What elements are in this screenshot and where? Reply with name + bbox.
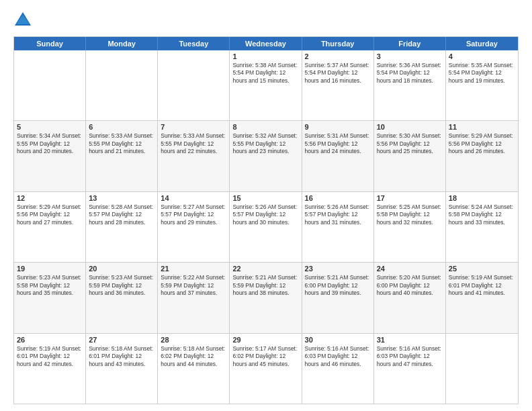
cell-info: Sunrise: 5:18 AM Sunset: 6:01 PM Dayligh… bbox=[89, 345, 154, 368]
calendar-cell: 12Sunrise: 5:29 AM Sunset: 5:56 PM Dayli… bbox=[14, 192, 86, 262]
day-number: 29 bbox=[232, 336, 298, 344]
day-number: 10 bbox=[377, 123, 443, 131]
cell-info: Sunrise: 5:17 AM Sunset: 6:02 PM Dayligh… bbox=[232, 345, 298, 368]
day-number: 18 bbox=[449, 194, 515, 202]
header-day-tuesday: Tuesday bbox=[158, 37, 230, 50]
day-number: 7 bbox=[161, 123, 226, 131]
cell-info: Sunrise: 5:34 AM Sunset: 5:55 PM Dayligh… bbox=[17, 132, 83, 155]
day-number: 26 bbox=[17, 336, 83, 344]
cell-info: Sunrise: 5:16 AM Sunset: 6:03 PM Dayligh… bbox=[377, 345, 443, 368]
cell-info: Sunrise: 5:26 AM Sunset: 5:57 PM Dayligh… bbox=[305, 203, 371, 226]
day-number: 27 bbox=[89, 336, 154, 344]
calendar-cell: 10Sunrise: 5:30 AM Sunset: 5:56 PM Dayli… bbox=[374, 121, 446, 191]
calendar-cell: 18Sunrise: 5:24 AM Sunset: 5:58 PM Dayli… bbox=[446, 192, 518, 262]
calendar-cell bbox=[86, 50, 158, 120]
cell-info: Sunrise: 5:19 AM Sunset: 6:01 PM Dayligh… bbox=[17, 345, 83, 368]
calendar-cell: 14Sunrise: 5:27 AM Sunset: 5:57 PM Dayli… bbox=[158, 192, 230, 262]
cell-info: Sunrise: 5:22 AM Sunset: 5:59 PM Dayligh… bbox=[161, 274, 226, 297]
calendar-cell: 23Sunrise: 5:21 AM Sunset: 6:00 PM Dayli… bbox=[302, 263, 374, 332]
calendar-cell: 17Sunrise: 5:25 AM Sunset: 5:58 PM Dayli… bbox=[374, 192, 446, 262]
calendar-cell: 31Sunrise: 5:16 AM Sunset: 6:03 PM Dayli… bbox=[374, 334, 446, 404]
header-day-monday: Monday bbox=[86, 37, 158, 50]
header bbox=[13, 11, 519, 30]
cell-info: Sunrise: 5:37 AM Sunset: 5:54 PM Dayligh… bbox=[305, 62, 371, 85]
day-number: 13 bbox=[89, 194, 154, 202]
cell-info: Sunrise: 5:25 AM Sunset: 5:58 PM Dayligh… bbox=[377, 203, 443, 226]
day-number: 20 bbox=[89, 265, 154, 273]
day-number: 14 bbox=[161, 194, 226, 202]
day-number: 9 bbox=[305, 123, 371, 131]
day-number: 16 bbox=[305, 194, 371, 202]
calendar: SundayMondayTuesdayWednesdayThursdayFrid… bbox=[13, 36, 519, 404]
calendar-cell: 13Sunrise: 5:28 AM Sunset: 5:57 PM Dayli… bbox=[86, 192, 158, 262]
header-day-friday: Friday bbox=[374, 37, 446, 50]
day-number: 11 bbox=[449, 123, 515, 131]
calendar-cell bbox=[446, 334, 518, 404]
cell-info: Sunrise: 5:33 AM Sunset: 5:55 PM Dayligh… bbox=[89, 132, 154, 155]
page: SundayMondayTuesdayWednesdayThursdayFrid… bbox=[0, 0, 532, 411]
cell-info: Sunrise: 5:27 AM Sunset: 5:57 PM Dayligh… bbox=[161, 203, 226, 226]
day-number: 5 bbox=[17, 123, 83, 131]
cell-info: Sunrise: 5:23 AM Sunset: 5:59 PM Dayligh… bbox=[89, 274, 154, 297]
day-number: 12 bbox=[17, 194, 83, 202]
header-day-thursday: Thursday bbox=[302, 37, 374, 50]
cell-info: Sunrise: 5:32 AM Sunset: 5:55 PM Dayligh… bbox=[232, 132, 298, 155]
cell-info: Sunrise: 5:35 AM Sunset: 5:54 PM Dayligh… bbox=[449, 62, 515, 85]
header-day-sunday: Sunday bbox=[14, 37, 86, 50]
calendar-cell: 9Sunrise: 5:31 AM Sunset: 5:56 PM Daylig… bbox=[302, 121, 374, 191]
day-number: 4 bbox=[449, 52, 515, 60]
calendar-cell: 28Sunrise: 5:18 AM Sunset: 6:02 PM Dayli… bbox=[158, 334, 230, 404]
calendar-cell: 1Sunrise: 5:38 AM Sunset: 5:54 PM Daylig… bbox=[230, 50, 302, 120]
day-number: 24 bbox=[377, 265, 443, 273]
calendar-row-4: 26Sunrise: 5:19 AM Sunset: 6:01 PM Dayli… bbox=[14, 334, 518, 404]
calendar-row-2: 12Sunrise: 5:29 AM Sunset: 5:56 PM Dayli… bbox=[14, 192, 518, 263]
calendar-cell: 11Sunrise: 5:29 AM Sunset: 5:56 PM Dayli… bbox=[446, 121, 518, 191]
cell-info: Sunrise: 5:28 AM Sunset: 5:57 PM Dayligh… bbox=[89, 203, 154, 226]
day-number: 6 bbox=[89, 123, 154, 131]
calendar-cell: 6Sunrise: 5:33 AM Sunset: 5:55 PM Daylig… bbox=[86, 121, 158, 191]
logo-icon bbox=[13, 11, 32, 30]
day-number: 2 bbox=[305, 52, 371, 60]
cell-info: Sunrise: 5:33 AM Sunset: 5:55 PM Dayligh… bbox=[161, 132, 226, 155]
calendar-cell: 30Sunrise: 5:16 AM Sunset: 6:03 PM Dayli… bbox=[302, 334, 374, 404]
day-number: 8 bbox=[232, 123, 298, 131]
calendar-cell: 24Sunrise: 5:20 AM Sunset: 6:00 PM Dayli… bbox=[374, 263, 446, 332]
calendar-row-1: 5Sunrise: 5:34 AM Sunset: 5:55 PM Daylig… bbox=[14, 121, 518, 191]
cell-info: Sunrise: 5:21 AM Sunset: 5:59 PM Dayligh… bbox=[232, 274, 298, 297]
cell-info: Sunrise: 5:38 AM Sunset: 5:54 PM Dayligh… bbox=[232, 62, 298, 85]
cell-info: Sunrise: 5:31 AM Sunset: 5:56 PM Dayligh… bbox=[305, 132, 371, 155]
calendar-cell: 25Sunrise: 5:19 AM Sunset: 6:01 PM Dayli… bbox=[446, 263, 518, 332]
cell-info: Sunrise: 5:24 AM Sunset: 5:58 PM Dayligh… bbox=[449, 203, 515, 226]
calendar-cell: 27Sunrise: 5:18 AM Sunset: 6:01 PM Dayli… bbox=[86, 334, 158, 404]
day-number: 15 bbox=[232, 194, 298, 202]
calendar-cell: 3Sunrise: 5:36 AM Sunset: 5:54 PM Daylig… bbox=[374, 50, 446, 120]
calendar-cell: 4Sunrise: 5:35 AM Sunset: 5:54 PM Daylig… bbox=[446, 50, 518, 120]
calendar-cell: 15Sunrise: 5:26 AM Sunset: 5:57 PM Dayli… bbox=[230, 192, 302, 262]
svg-marker-1 bbox=[16, 15, 30, 24]
calendar-header: SundayMondayTuesdayWednesdayThursdayFrid… bbox=[14, 37, 518, 50]
cell-info: Sunrise: 5:18 AM Sunset: 6:02 PM Dayligh… bbox=[161, 345, 226, 368]
day-number: 22 bbox=[232, 265, 298, 273]
day-number: 25 bbox=[449, 265, 515, 273]
header-day-wednesday: Wednesday bbox=[230, 37, 302, 50]
calendar-cell: 19Sunrise: 5:23 AM Sunset: 5:58 PM Dayli… bbox=[14, 263, 86, 332]
calendar-cell: 2Sunrise: 5:37 AM Sunset: 5:54 PM Daylig… bbox=[302, 50, 374, 120]
calendar-cell: 21Sunrise: 5:22 AM Sunset: 5:59 PM Dayli… bbox=[158, 263, 230, 332]
cell-info: Sunrise: 5:29 AM Sunset: 5:56 PM Dayligh… bbox=[449, 132, 515, 155]
cell-info: Sunrise: 5:19 AM Sunset: 6:01 PM Dayligh… bbox=[449, 274, 515, 297]
calendar-row-3: 19Sunrise: 5:23 AM Sunset: 5:58 PM Dayli… bbox=[14, 263, 518, 333]
day-number: 28 bbox=[161, 336, 226, 344]
calendar-cell: 16Sunrise: 5:26 AM Sunset: 5:57 PM Dayli… bbox=[302, 192, 374, 262]
calendar-cell: 5Sunrise: 5:34 AM Sunset: 5:55 PM Daylig… bbox=[14, 121, 86, 191]
day-number: 19 bbox=[17, 265, 83, 273]
calendar-cell: 8Sunrise: 5:32 AM Sunset: 5:55 PM Daylig… bbox=[230, 121, 302, 191]
day-number: 1 bbox=[232, 52, 298, 60]
day-number: 21 bbox=[161, 265, 226, 273]
day-number: 30 bbox=[305, 336, 371, 344]
calendar-body: 1Sunrise: 5:38 AM Sunset: 5:54 PM Daylig… bbox=[14, 50, 518, 404]
calendar-row-0: 1Sunrise: 5:38 AM Sunset: 5:54 PM Daylig… bbox=[14, 50, 518, 121]
cell-info: Sunrise: 5:20 AM Sunset: 6:00 PM Dayligh… bbox=[377, 274, 443, 297]
calendar-cell: 26Sunrise: 5:19 AM Sunset: 6:01 PM Dayli… bbox=[14, 334, 86, 404]
day-number: 17 bbox=[377, 194, 443, 202]
day-number: 23 bbox=[305, 265, 371, 273]
